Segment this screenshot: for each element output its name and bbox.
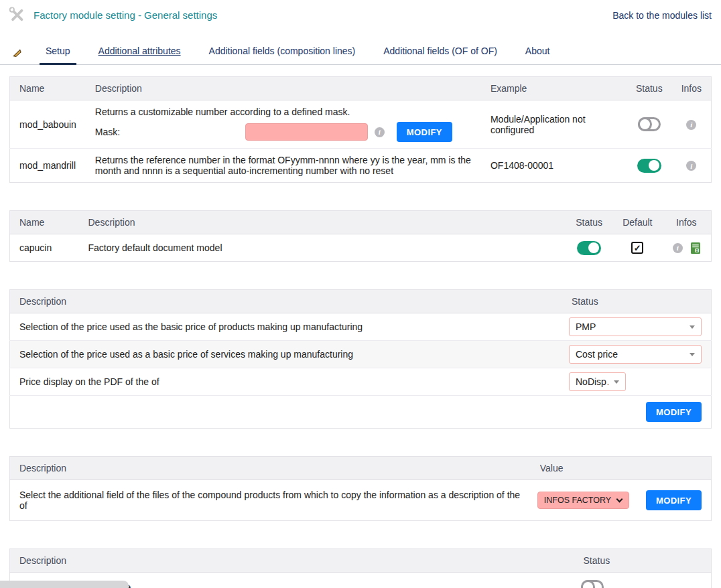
info-icon[interactable]: i: [686, 120, 696, 130]
column-header-description: Description: [86, 77, 481, 100]
table-header-row: Description Status: [10, 290, 712, 313]
caret-down-icon: [614, 380, 619, 384]
status-toggle[interactable]: [577, 241, 601, 255]
column-header-status: Status: [565, 211, 613, 234]
model-name: mod_babouin: [10, 100, 86, 149]
column-header-description: Description: [79, 211, 566, 234]
modify-options-button[interactable]: MODIFY: [646, 402, 702, 422]
model-description: Returns a customizable number according …: [95, 106, 472, 117]
model-example: OF1408-00001: [481, 149, 627, 183]
column-header-name: Name: [10, 77, 86, 100]
table-header-row: Name Description Status Default Infos: [10, 211, 712, 234]
model-name: capucin: [10, 234, 79, 262]
model-example: Module/Application not configured: [481, 100, 627, 149]
column-header-example: Example: [481, 77, 627, 100]
product-price-select[interactable]: PMP: [569, 317, 702, 336]
mask-label: Mask:: [95, 127, 245, 137]
service-price-select[interactable]: Cost price: [569, 345, 702, 364]
numbering-models-table: Name Description Example Status Infos mo…: [9, 76, 712, 183]
model-description: Returns the reference number in the form…: [86, 149, 481, 183]
status-toggle[interactable]: [581, 580, 604, 588]
column-header-value: Value: [531, 457, 712, 480]
selected-value: PMP: [576, 321, 596, 332]
table-row: Select the additional field of the files…: [10, 480, 712, 521]
page-title: Factory module setting - General setting…: [34, 9, 217, 21]
info-icon[interactable]: i: [673, 243, 683, 253]
column-header-description: Description: [10, 549, 574, 573]
back-to-modules-link[interactable]: Back to the modules list: [612, 10, 712, 21]
column-header-description: Description: [10, 290, 563, 313]
caret-down-icon: [690, 353, 695, 356]
table-row: Selection of the price used as a basic p…: [10, 341, 712, 368]
status-toggle[interactable]: [638, 117, 661, 131]
tabs-bar: Setup Additional attributes Additional f…: [0, 38, 721, 65]
option-description: Select the additional field of the files…: [10, 480, 531, 521]
selected-value: Cost price: [576, 349, 618, 360]
tab-additional-fields-of-of-of[interactable]: Additional fields (OF of OF): [369, 46, 511, 65]
column-header-status: Status: [627, 77, 672, 100]
table-row: Price display on the PDF of the of NoDis…: [10, 368, 712, 396]
info-icon[interactable]: i: [686, 161, 696, 171]
column-header-default: Default: [613, 211, 661, 234]
table-header-row: Name Description Example Status Infos: [10, 77, 712, 100]
price-options-table: Description Status Selection of the pric…: [9, 289, 712, 429]
info-icon[interactable]: i: [375, 127, 385, 137]
table-row: MODIFY: [10, 396, 712, 429]
modify-extrafield-button[interactable]: MODIFY: [646, 490, 702, 510]
column-header-description: Description: [10, 457, 531, 480]
table-header-row: Description Value: [10, 457, 712, 480]
model-name: mod_mandrill: [10, 149, 86, 183]
chevron-down-icon: [616, 496, 623, 502]
option-description: Price display on the PDF of the of: [10, 368, 563, 396]
default-checkbox[interactable]: ✓: [631, 242, 643, 254]
option-description: Selection of the price used as the basic…: [10, 313, 563, 341]
option-description: Selection of the price used as a basic p…: [10, 341, 563, 368]
status-toggle[interactable]: [637, 159, 661, 173]
table-row: mod_babouin Returns a customizable numbe…: [10, 100, 712, 149]
factory-module-icon: [12, 48, 22, 58]
table-header-row: Description Status: [10, 549, 712, 573]
table-row: mod_mandrill Returns the reference numbe…: [10, 149, 712, 183]
selected-value: INFOS FACTORY: [544, 496, 611, 505]
extrafield-select[interactable]: INFOS FACTORY: [537, 492, 629, 509]
column-header-status: Status: [562, 290, 712, 313]
column-header-infos: Infos: [662, 211, 712, 234]
column-header-name: Name: [10, 211, 79, 234]
tab-setup[interactable]: Setup: [31, 46, 84, 65]
column-header-status: Status: [574, 549, 712, 573]
extrafield-copy-table: Description Value Select the additional …: [9, 456, 712, 521]
bottom-left-artifact: [0, 581, 129, 588]
table-row: Selection of the price used as the basic…: [10, 313, 712, 341]
pdf-price-display-select[interactable]: NoDisp…: [569, 372, 626, 391]
tab-additional-fields-composition-lines[interactable]: Additional fields (composition lines): [195, 46, 370, 65]
mask-input[interactable]: [245, 123, 368, 141]
selected-value: NoDisp…: [576, 376, 608, 387]
header-bar: Factory module setting - General setting…: [0, 0, 721, 24]
caret-down-icon: [690, 325, 695, 329]
preview-bill-icon[interactable]: $: [691, 242, 700, 254]
tools-icon: [8, 6, 26, 24]
tab-additional-attributes[interactable]: Additional attributes: [84, 46, 195, 65]
column-header-infos: Infos: [672, 77, 712, 100]
modify-mask-button[interactable]: MODIFY: [397, 122, 452, 142]
tab-about[interactable]: About: [511, 46, 564, 65]
table-row: capucin Factory default document model ✓…: [10, 234, 712, 262]
model-description: Factory default document model: [79, 234, 566, 262]
document-models-table: Name Description Status Default Infos ca…: [9, 210, 712, 262]
